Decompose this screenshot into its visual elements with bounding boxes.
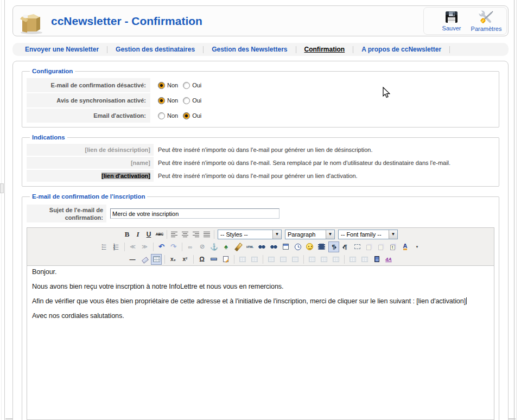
image-button[interactable]: ♠ bbox=[221, 241, 232, 252]
col-before-button[interactable] bbox=[307, 254, 317, 265]
format-select[interactable]: Paragraph▼ bbox=[285, 230, 335, 239]
font-family-select[interactable]: -- Font family --▼ bbox=[338, 230, 398, 239]
redo-button[interactable]: ↷ bbox=[168, 241, 179, 252]
paste-word-icon bbox=[366, 245, 371, 250]
bullet-list-icon: •— •— •— bbox=[101, 244, 106, 250]
indication-rows: [lien de désinscription]Peut être inséré… bbox=[27, 144, 494, 182]
right-outer-border bbox=[516, 0, 517, 420]
nonbreaking-button[interactable] bbox=[220, 254, 231, 265]
radio-oui[interactable] bbox=[183, 82, 190, 89]
col-after-button[interactable] bbox=[319, 254, 329, 265]
subject-input[interactable] bbox=[110, 208, 279, 219]
undo-button[interactable]: ↶ bbox=[156, 241, 167, 252]
find-replace-button[interactable] bbox=[269, 241, 279, 252]
horizontal-rule-button[interactable]: — bbox=[127, 254, 138, 265]
tab-envoyer-une-newsletter[interactable]: Envoyer une Newsletter bbox=[17, 46, 107, 53]
token-cell: [name] bbox=[27, 157, 154, 169]
sidebar-grip[interactable] bbox=[0, 183, 4, 193]
config-row: E-mail de confirmation désactivé:NonOui bbox=[27, 78, 494, 92]
delete-row-button[interactable] bbox=[290, 254, 301, 265]
dropdown-arrow-icon: ▼ bbox=[389, 230, 397, 239]
radio-non[interactable] bbox=[158, 97, 165, 104]
row-before-button[interactable] bbox=[266, 254, 277, 265]
preferences-button[interactable]: Paramètres bbox=[469, 10, 503, 32]
undo-icon: ↶ bbox=[158, 243, 164, 251]
tab-confirmation[interactable]: Confirmation bbox=[296, 46, 353, 53]
nonbreaking-icon bbox=[223, 256, 228, 262]
html-source-button[interactable]: HTML bbox=[245, 241, 256, 252]
delete-col-button[interactable] bbox=[331, 254, 341, 265]
align-right-button[interactable] bbox=[190, 229, 201, 240]
token-cell: [lien d'activation] bbox=[27, 170, 154, 182]
config-row: Email d'activation:NonOui bbox=[27, 109, 494, 123]
link-button[interactable]: ∞ bbox=[185, 241, 196, 252]
token-label: [lien de désinscription] bbox=[85, 147, 150, 153]
align-justify-icon bbox=[204, 232, 210, 237]
attributes-button[interactable]: 4A bbox=[383, 254, 394, 265]
radio-oui[interactable] bbox=[183, 97, 190, 104]
text-color-button[interactable]: A bbox=[400, 241, 411, 252]
ltr-button[interactable]: ¶ bbox=[328, 241, 339, 252]
anchor-button[interactable]: ⚓ bbox=[209, 241, 220, 252]
merge-cells-button[interactable] bbox=[359, 254, 370, 265]
media-button[interactable] bbox=[316, 241, 327, 252]
unlink-button[interactable]: ⊘ bbox=[197, 241, 208, 252]
token-label: [lien d'activation] bbox=[101, 173, 150, 179]
paste-word-button[interactable] bbox=[364, 241, 375, 252]
italic-button[interactable]: I bbox=[132, 229, 143, 240]
underline-button[interactable]: U bbox=[143, 229, 154, 240]
save-button[interactable]: Sauver bbox=[435, 10, 468, 31]
editor-paragraph: Avec nos cordiales salutations. bbox=[32, 312, 489, 320]
token-description: Peut être inséré n'importe où dans l'e-m… bbox=[158, 160, 450, 166]
align-justify-button[interactable] bbox=[201, 229, 212, 240]
cleanup-button[interactable] bbox=[233, 241, 244, 252]
radio-option: Oui bbox=[183, 97, 201, 104]
radio-label: Non bbox=[167, 97, 178, 104]
insert-date-button[interactable] bbox=[281, 241, 291, 252]
color-dropdown-button[interactable]: ▼ bbox=[412, 241, 423, 252]
table-props-button[interactable] bbox=[249, 254, 260, 265]
superscript-button[interactable]: x² bbox=[180, 254, 190, 265]
remove-format-button[interactable] bbox=[139, 254, 150, 265]
indications-legend: Indications bbox=[30, 134, 67, 141]
toolbar-separator bbox=[303, 255, 304, 264]
tab-gestion-des-destinataires[interactable]: Gestion des destinataires bbox=[107, 46, 203, 53]
token-description: Peut être inséré n'importe où dans l'e-m… bbox=[158, 173, 358, 179]
numbered-list-button[interactable]: 1— 2— 3— bbox=[111, 241, 122, 252]
fullpage-button[interactable] bbox=[371, 254, 382, 265]
paste-text-button[interactable] bbox=[388, 241, 399, 252]
editor-content[interactable]: Bonjour.Nous avons bien reçu votre inscr… bbox=[27, 265, 494, 419]
radio-option: Non bbox=[158, 82, 178, 89]
insert-table-button[interactable] bbox=[237, 254, 248, 265]
visual-aid-button[interactable] bbox=[151, 254, 162, 265]
radio-group: NonOui bbox=[158, 82, 201, 89]
radio-non[interactable] bbox=[158, 112, 165, 119]
tab-a-propos-de-ccnewsletter[interactable]: A propos de ccNewsletter bbox=[353, 46, 449, 53]
radio-group: NonOui bbox=[158, 97, 201, 104]
bold-button[interactable]: B bbox=[122, 229, 132, 240]
align-center-button[interactable] bbox=[180, 229, 190, 240]
row-after-button[interactable] bbox=[278, 254, 289, 265]
emoticon-button[interactable] bbox=[304, 241, 315, 252]
find-button[interactable] bbox=[257, 241, 268, 252]
field-label: Email d'activation: bbox=[27, 109, 150, 123]
italic-icon: I bbox=[136, 230, 139, 239]
tab-gestion-des-newsletters[interactable]: Gestion des Newsletters bbox=[204, 46, 295, 53]
radio-oui[interactable] bbox=[183, 112, 190, 119]
styles-select[interactable]: -- Styles --▼ bbox=[218, 230, 282, 239]
strikethrough-button[interactable]: ABC bbox=[154, 229, 165, 240]
subscript-button[interactable]: x₂ bbox=[168, 254, 179, 265]
paste-plain-button[interactable] bbox=[376, 241, 387, 252]
split-cells-button[interactable] bbox=[347, 254, 358, 265]
insert-time-button[interactable] bbox=[293, 241, 303, 252]
rtl-button[interactable]: ¶ bbox=[340, 241, 351, 252]
outdent-button[interactable]: ≪ bbox=[128, 241, 138, 252]
radio-non[interactable] bbox=[158, 82, 165, 89]
bullet-list-button[interactable]: •— •— •— bbox=[99, 241, 110, 252]
indication-row: [name]Peut être inséré n'importe où dans… bbox=[27, 157, 494, 169]
toggle-guides-button[interactable] bbox=[352, 241, 363, 252]
special-char-button[interactable]: Ω bbox=[196, 254, 207, 265]
insert-hr-button[interactable] bbox=[208, 254, 219, 265]
indent-button[interactable]: ≫ bbox=[139, 241, 150, 252]
align-left-button[interactable] bbox=[169, 229, 180, 240]
